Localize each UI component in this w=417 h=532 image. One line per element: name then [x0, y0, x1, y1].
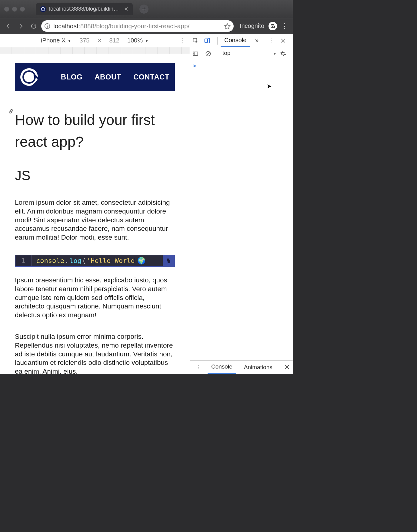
url-path: :8888/blog/building-your-first-react-app… [78, 22, 190, 29]
site-info-icon[interactable] [44, 23, 50, 29]
console-output[interactable]: > [190, 60, 293, 360]
paragraph: Lorem ipsum dolor sit amet, consectetur … [15, 198, 175, 242]
link-anchor-icon [8, 109, 14, 115]
svg-point-0 [41, 7, 45, 11]
zoom-value: 100% [127, 37, 143, 44]
viewport-ruler [0, 47, 190, 54]
reload-button[interactable] [28, 21, 39, 31]
paragraph: Suscipit nulla ipsum error minima corpor… [15, 332, 175, 374]
clear-console-icon[interactable] [205, 51, 215, 57]
viewport-height[interactable]: 812 [109, 37, 119, 44]
svg-rect-11 [208, 38, 210, 43]
code-token: log [69, 257, 82, 264]
tab-title: localhost:8888/blog/building-y [49, 6, 121, 12]
browser-toolbar: localhost:8888/blog/building-your-first-… [0, 18, 293, 34]
device-toolbar: iPhone X ▼ 375 ✕ 812 100% ▼ ⋮ [0, 34, 190, 47]
device-menu-button[interactable]: ⋮ [179, 37, 185, 45]
tab-overflow-button[interactable]: » [251, 34, 262, 47]
svg-marker-4 [225, 23, 230, 29]
browser-tab-strip: localhost:8888/blog/building-y ✕ + [0, 0, 293, 18]
page-title: How to build your first react app? [15, 109, 175, 153]
drawer-menu-button[interactable]: ⋮ [193, 364, 203, 370]
window-controls [4, 7, 25, 12]
device-select[interactable]: iPhone X ▼ [41, 37, 72, 44]
workspace: iPhone X ▼ 375 ✕ 812 100% ▼ ⋮ [0, 34, 293, 374]
drawer-tab-animations[interactable]: Animations [240, 361, 276, 374]
code-block: 1 console . log ( 'Hello World 🌍 [15, 255, 175, 267]
svg-rect-10 [205, 39, 208, 42]
site-nav: BLOG ABOUT CONTACT [61, 73, 169, 81]
device-frame: BLOG ABOUT CONTACT How to build your fir… [0, 54, 190, 374]
address-bar[interactable]: localhost:8888/blog/building-your-first-… [41, 20, 234, 32]
site-header: BLOG ABOUT CONTACT [15, 63, 175, 91]
devtools-close-button[interactable] [280, 38, 290, 44]
incognito-label: Incognito [240, 22, 264, 29]
code-token: ( [82, 257, 86, 264]
nav-blog[interactable]: BLOG [61, 73, 82, 81]
drawer-tab-console[interactable]: Console [208, 361, 236, 374]
devtools-menu-button[interactable]: ⋮ [267, 38, 277, 43]
svg-line-17 [207, 52, 210, 55]
svg-point-6 [273, 26, 275, 28]
caret-down-icon: ▼ [145, 38, 149, 43]
devtools-drawer-tabs: ⋮ Console Animations ✕ [190, 360, 293, 374]
caret-down-icon: ▾ [274, 51, 276, 56]
new-tab-button[interactable]: + [139, 5, 148, 14]
tab-close-icon[interactable]: ✕ [124, 6, 128, 12]
cursor-icon: ➤ [267, 82, 272, 90]
drawer-close-button[interactable]: ✕ [284, 363, 290, 371]
execution-context-select[interactable]: top [221, 49, 271, 58]
zoom-select[interactable]: 100% ▼ [127, 37, 149, 44]
bookmark-star-icon[interactable] [224, 23, 231, 29]
inspect-element-icon[interactable] [192, 38, 203, 44]
nav-about[interactable]: ABOUT [95, 73, 121, 81]
caret-down-icon: ▼ [67, 38, 72, 43]
article-content: How to build your first react app? JS Lo… [15, 91, 175, 374]
window-minimize-button[interactable] [12, 7, 17, 12]
browser-tab[interactable]: localhost:8888/blog/building-y ✕ [36, 3, 133, 15]
code-token: 'Hello World [87, 257, 135, 264]
devtools-tab-bar: Console » ⋮ [190, 34, 293, 47]
incognito-icon [269, 22, 277, 30]
rendered-page: BLOG ABOUT CONTACT How to build your fir… [15, 63, 175, 374]
viewport-width[interactable]: 375 [79, 37, 89, 44]
console-prompt-icon: > [193, 62, 196, 69]
paragraph: Ipsum praesentium hic esse, explicabo iu… [15, 276, 175, 320]
console-sidebar-toggle-icon[interactable] [192, 51, 203, 57]
code-line: console . log ( 'Hello World 🌍 [32, 257, 145, 264]
code-line-number: 1 [15, 255, 32, 266]
url-text: localhost:8888/blog/building-your-first-… [53, 22, 189, 30]
window-maximize-button[interactable] [20, 7, 25, 12]
svg-point-5 [271, 26, 273, 28]
console-toolbar: top ▾ [190, 47, 293, 60]
tab-console[interactable]: Console [221, 34, 250, 47]
window-close-button[interactable] [4, 7, 9, 12]
dimension-x-icon: ✕ [98, 38, 102, 43]
console-settings-icon[interactable] [280, 51, 290, 57]
devtools-pane: Console » ⋮ top ▾ > [190, 34, 293, 374]
code-token: console [36, 257, 64, 264]
forward-button[interactable] [16, 21, 26, 31]
code-token: . [65, 257, 69, 264]
toggle-device-icon[interactable] [204, 38, 214, 44]
device-name: iPhone X [41, 37, 65, 44]
viewport-pane: iPhone X ▼ 375 ✕ 812 100% ▼ ⋮ [0, 34, 190, 374]
gatsby-logo-icon[interactable] [20, 68, 38, 86]
nav-contact[interactable]: CONTACT [133, 73, 169, 81]
section-heading: JS [15, 168, 175, 183]
back-button[interactable] [3, 21, 13, 31]
url-host: localhost [53, 22, 78, 29]
browser-menu-button[interactable]: ⋮ [279, 22, 290, 30]
gatsby-favicon-icon [40, 6, 46, 12]
globe-emoji-icon: 🌍 [137, 257, 145, 264]
copy-code-button[interactable] [163, 255, 174, 266]
